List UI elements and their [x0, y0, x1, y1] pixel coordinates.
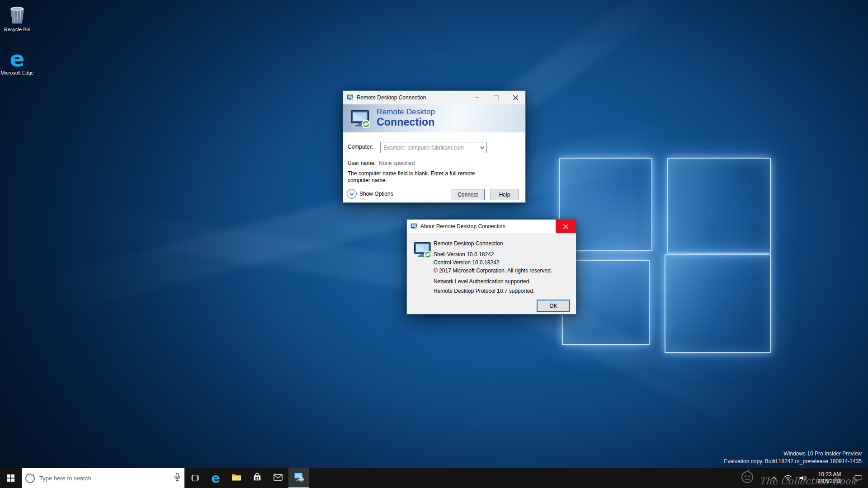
rdc-app-icon	[347, 94, 354, 101]
about-text-block: Remote Desktop Connection Shell Version …	[434, 240, 571, 295]
taskbar-app-store[interactable]	[247, 468, 268, 488]
about-body: Remote Desktop Connection Shell Version …	[407, 233, 576, 314]
show-options-label: Show Options	[359, 191, 393, 197]
about-line: Remote Desktop Connection	[434, 240, 571, 247]
help-button[interactable]: Help	[491, 189, 519, 200]
banner-title-line2: Connection	[377, 116, 435, 128]
footer-divider	[343, 186, 525, 186]
about-line: Control Version 10.0.18242	[434, 259, 571, 266]
desktop-icon-label: Microsoft Edge	[0, 70, 34, 75]
microphone-icon[interactable]	[174, 473, 181, 483]
desktop-icon-microsoft-edge[interactable]: e Microsoft Edge	[0, 47, 34, 75]
show-hidden-icons-button[interactable]	[768, 468, 780, 488]
taskbar-app-edge[interactable]: e	[205, 468, 226, 488]
taskbar-clock[interactable]: 10:23 AM 9/15/2018	[811, 468, 848, 488]
rdc-status-message: The computer name field is blank. Enter …	[348, 170, 491, 184]
computer-combobox-placeholder: Example: computer.fabrikam.com	[381, 145, 477, 151]
desktop-icon-label: Recycle Bin	[0, 27, 34, 32]
taskbar-app-file-explorer[interactable]	[226, 468, 247, 488]
rdc-body: Computer: Example: computer.fabrikam.com…	[343, 132, 525, 202]
rdc-app-icon-large	[414, 240, 433, 259]
mail-icon	[273, 472, 283, 484]
cortana-icon	[25, 474, 35, 483]
search-input[interactable]	[38, 474, 170, 482]
rdc-banner: Remote Desktop Connection	[343, 104, 525, 133]
taskbar-app-mail[interactable]	[268, 468, 288, 488]
taskbar-search-box[interactable]	[22, 468, 184, 488]
screen: Recycle Bin e Microsoft Edge Remote Desk…	[0, 0, 868, 488]
watermark-line2: Evaluation copy. Build 18242.rs_prerelea…	[724, 458, 862, 465]
ok-button[interactable]: OK	[537, 300, 570, 312]
rdc-window: Remote Desktop Connection	[343, 90, 526, 203]
rdc-banner-icon	[350, 108, 371, 129]
username-label: User name:	[348, 160, 376, 166]
computer-combobox[interactable]: Example: computer.fabrikam.com	[380, 142, 487, 153]
file-explorer-icon	[231, 472, 242, 484]
desktop-icon-recycle-bin[interactable]: Recycle Bin	[0, 4, 34, 32]
username-value: None specified	[379, 160, 415, 166]
rdc-titlebar[interactable]: Remote Desktop Connection	[343, 91, 525, 104]
rdc-app-icon	[410, 223, 418, 230]
chevron-down-icon	[477, 142, 486, 153]
window-title: Remote Desktop Connection	[357, 94, 467, 101]
window-title: About Remote Desktop Connection	[420, 223, 556, 230]
about-line: © 2017 Microsoft Corporation. All rights…	[434, 267, 571, 274]
volume-icon[interactable]	[796, 468, 811, 488]
task-view-button[interactable]	[184, 468, 205, 488]
about-dialog: About Remote Desktop Connection	[406, 219, 576, 314]
edge-icon: e	[0, 47, 34, 69]
system-tray: 10:23 AM 9/15/2018	[768, 468, 868, 488]
clock-time: 10:23 AM	[818, 471, 841, 478]
network-icon[interactable]	[780, 468, 796, 488]
close-button[interactable]	[556, 220, 576, 233]
clock-date: 9/15/2018	[817, 478, 841, 485]
chevron-down-circle-icon	[347, 189, 357, 199]
taskbar: e	[0, 468, 868, 488]
about-line: Remote Desktop Protocol 10.7 supported.	[434, 288, 571, 295]
taskbar-app-remote-desktop[interactable]	[288, 468, 309, 488]
close-button[interactable]	[506, 91, 525, 104]
show-options-button[interactable]: Show Options	[347, 189, 393, 199]
banner-title-line1: Remote Desktop	[377, 108, 435, 117]
windows-logo-icon	[7, 474, 14, 482]
about-titlebar[interactable]: About Remote Desktop Connection	[407, 220, 576, 233]
start-button[interactable]	[0, 468, 22, 488]
store-icon	[252, 472, 262, 484]
windows-build-watermark: Windows 10 Pro Insider Preview Evaluatio…	[724, 450, 862, 465]
about-line: Network Level Authentication supported.	[434, 278, 571, 285]
computer-label: Computer:	[348, 144, 373, 150]
connect-button[interactable]: Connect	[451, 189, 485, 200]
edge-icon: e	[211, 472, 220, 484]
action-center-button[interactable]	[848, 468, 868, 488]
minimize-button[interactable]	[467, 91, 486, 104]
maximize-button	[486, 91, 506, 104]
about-line: Shell Version 10.0.18242	[434, 251, 571, 258]
recycle-bin-icon	[0, 4, 34, 25]
rdc-app-icon	[293, 471, 305, 484]
watermark-line1: Windows 10 Pro Insider Preview	[724, 450, 862, 458]
